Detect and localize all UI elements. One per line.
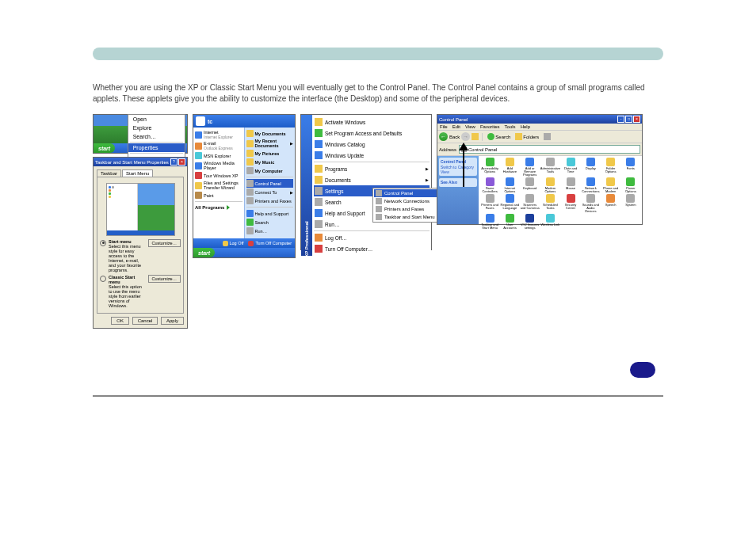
ok-button[interactable]: OK — [111, 317, 129, 325]
applet-icon[interactable]: Scheduled Tasks — [540, 194, 560, 213]
startmenu-item[interactable]: Tour Windows XP — [195, 171, 242, 180]
applet-icon[interactable]: Add or Remove Programs — [521, 158, 540, 177]
startmenu-item[interactable]: My Pictures — [246, 149, 294, 158]
folders-button[interactable]: Folders — [514, 133, 540, 140]
startmenu-item[interactable]: Help and Support — [246, 209, 294, 218]
cancel-button[interactable]: Cancel — [132, 317, 158, 325]
applet-icon[interactable]: Printers and Faxes — [480, 194, 499, 213]
startmenu-item[interactable]: MSN Explorer — [195, 151, 242, 160]
ctx-open[interactable]: Open — [128, 115, 185, 124]
menu-item[interactable]: Help — [521, 124, 530, 129]
applet-icon[interactable]: Speech — [601, 194, 620, 213]
logoff-button[interactable]: Log Off — [223, 241, 244, 246]
applet-icon[interactable]: Game Controllers — [480, 177, 499, 193]
applet-icon[interactable]: Scanners and Cameras — [521, 194, 540, 213]
apply-button[interactable]: Apply — [161, 317, 184, 325]
startmenu-item[interactable]: My Computer — [246, 166, 294, 175]
applet-icon[interactable]: Security Center — [561, 194, 580, 213]
tab-start-menu[interactable]: Start Menu — [122, 169, 153, 177]
startmenu-item[interactable]: My Music — [246, 158, 294, 166]
ctx-properties[interactable]: Properties — [128, 143, 185, 152]
classic-menu-item[interactable]: Activate Windows — [314, 116, 430, 128]
startmenu-item[interactable]: My Documents — [246, 129, 294, 138]
applet-icon[interactable]: Wireless Link — [540, 214, 560, 230]
startmenu-item[interactable]: InternetInternet Explorer — [195, 129, 242, 140]
applet-icon[interactable]: Network Connections — [581, 177, 600, 193]
startmenu-item[interactable]: Connect To▶ — [246, 188, 294, 196]
menu-item[interactable]: Tools — [505, 124, 516, 129]
next-page-button[interactable] — [630, 362, 655, 378]
applet-icon[interactable]: System — [621, 194, 640, 213]
startmenu-item[interactable]: Run… — [246, 227, 294, 235]
address-label: Address — [439, 147, 456, 152]
cp-applet-grid: Accessibility OptionsAdd HardwareAdd or … — [479, 156, 642, 224]
applet-icon[interactable]: Administrative Tools — [540, 158, 560, 177]
menu-item[interactable]: Edit — [452, 124, 460, 129]
customize-button-2[interactable]: Customize… — [148, 275, 181, 283]
tab-taskbar[interactable]: Taskbar — [97, 169, 121, 177]
startmenu-item[interactable]: My Recent Documents▶ — [246, 138, 294, 149]
menu-item[interactable]: View — [465, 124, 475, 129]
start-button[interactable]: start — [94, 143, 115, 153]
help-icon[interactable]: ? — [170, 158, 178, 166]
applet-icon[interactable]: Power Options — [621, 177, 640, 193]
close-icon[interactable]: × — [633, 116, 640, 123]
start-button[interactable]: start — [193, 248, 215, 257]
submenu-item[interactable]: Network Connections — [374, 197, 441, 205]
applet-icon[interactable]: Keyboard — [521, 177, 540, 193]
minimize-icon[interactable]: - — [617, 116, 624, 123]
startmenu-item[interactable]: Windows Media Player — [195, 160, 242, 171]
menu-item[interactable]: Favorites — [480, 124, 500, 129]
applet-icon[interactable]: Accessibility Options — [480, 158, 499, 177]
radio-start-menu[interactable] — [100, 240, 106, 246]
classic-menu-item[interactable]: Log Off… — [314, 232, 430, 243]
classic-menu-item[interactable]: Programs▶ — [314, 163, 430, 174]
screenshot-control-panel: Control Panel - □ × FileEditViewFavorite… — [437, 114, 643, 225]
classic-menu-item[interactable]: Turn Off Computer… — [314, 243, 430, 254]
close-icon[interactable]: × — [178, 158, 185, 166]
applet-icon[interactable]: Phone and Modem — [601, 177, 620, 193]
applet-icon[interactable]: Sounds and Audio Devices — [581, 194, 600, 213]
applet-icon[interactable]: Display — [581, 158, 600, 177]
startmenu-item[interactable]: Files and Settings Transfer Wizard — [195, 180, 242, 191]
menu-item[interactable]: File — [440, 124, 448, 129]
submenu-item[interactable]: Printers and Faxes — [374, 205, 441, 213]
address-field[interactable]: Control Panel — [459, 145, 640, 154]
views-button[interactable] — [544, 133, 551, 140]
classic-menu-item[interactable]: Windows Catalog — [314, 139, 430, 150]
all-programs[interactable]: All Programs — [195, 204, 242, 211]
startmenu-item[interactable]: Printers and Faxes — [246, 196, 294, 205]
classic-menu-item[interactable]: Set Program Access and Defaults — [314, 128, 430, 139]
applet-icon[interactable]: Mouse — [561, 177, 580, 193]
turnoff-button[interactable]: Turn Off Computer — [248, 241, 292, 246]
up-button[interactable] — [472, 133, 479, 140]
radio-classic-start-menu[interactable] — [100, 276, 106, 282]
startmenu-item[interactable]: Paint — [195, 191, 242, 200]
submenu-item[interactable]: Control Panel — [374, 189, 441, 197]
startmenu-item[interactable]: Control Panel — [246, 179, 294, 188]
applet-icon[interactable]: V.92 features settings — [521, 214, 540, 230]
applet-icon[interactable]: Regional and Language — [500, 194, 519, 213]
applet-icon[interactable]: User Accounts — [500, 214, 519, 230]
forward-button[interactable]: → — [461, 132, 470, 141]
maximize-icon[interactable]: □ — [625, 116, 632, 123]
customize-button-1[interactable]: Customize… — [148, 239, 181, 247]
applet-icon[interactable]: Folder Options — [601, 158, 620, 177]
applet-icon[interactable]: Internet Options — [500, 177, 519, 193]
back-button[interactable]: ← — [439, 132, 448, 141]
applet-icon[interactable]: Modem Options — [540, 177, 560, 193]
applet-icon[interactable]: Date and Time — [561, 158, 580, 177]
ctx-explore[interactable]: Explore — [128, 124, 185, 132]
switch-view-link[interactable]: Switch to Category View — [441, 165, 475, 174]
submenu-item[interactable]: Taskbar and Start Menu — [374, 213, 441, 221]
classic-menu-item[interactable]: Documents▶ — [314, 174, 430, 185]
applet-icon[interactable]: Add Hardware — [500, 158, 519, 177]
classic-menu-item[interactable]: Windows Update — [314, 150, 430, 161]
startmenu-item[interactable]: Search — [246, 218, 294, 227]
ctx-search[interactable]: Search… — [128, 132, 185, 141]
settings-submenu: Control PanelNetwork ConnectionsPrinters… — [372, 188, 443, 223]
search-button[interactable]: Search — [486, 133, 512, 140]
startmenu-item[interactable]: E-mailOutlook Express — [195, 140, 242, 151]
applet-icon[interactable]: Taskbar and Start Menu — [480, 214, 499, 230]
applet-icon[interactable]: Fonts — [621, 158, 640, 177]
